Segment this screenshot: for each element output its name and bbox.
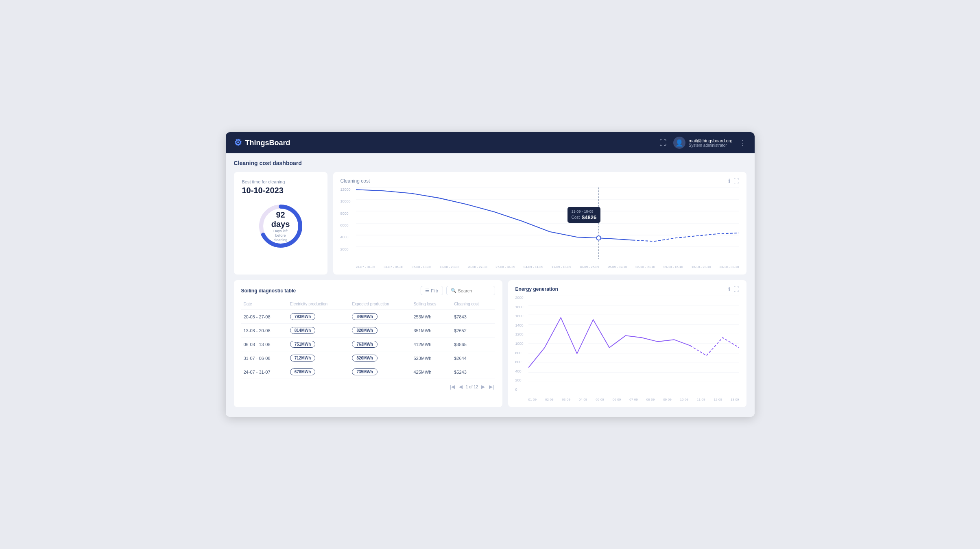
energy-svg <box>528 296 739 392</box>
chart-y-labels: 12000 10000 8000 6000 4000 2000 <box>340 187 356 259</box>
cell-soiling: 523MWh <box>411 351 452 365</box>
best-time-label: Best time for cleaning <box>242 179 285 184</box>
cell-date: 24-07 - 31-07 <box>241 365 288 379</box>
pagination-label: 1 of 12 <box>466 385 478 389</box>
pagination: |◀ ◀ 1 of 12 ▶ ▶| <box>241 384 495 390</box>
energy-chart-area: 2000 1800 1600 1400 1200 1000 800 600 40… <box>515 296 739 401</box>
menu-icon[interactable]: ⋮ <box>739 138 746 147</box>
cell-exp-prod: 846MWh <box>349 310 411 324</box>
cell-elec-prod: 712MWh <box>288 351 350 365</box>
brand-icon: ⚙ <box>234 137 242 148</box>
cell-elec-prod: 751MWh <box>288 338 350 351</box>
table-row: 24-07 - 31-07 678MWh 735MWh 425MWh $5243 <box>241 365 495 379</box>
table-header-row: Date Electricity production Expected pro… <box>241 300 495 310</box>
cleaning-cost-chart-area: 12000 10000 8000 6000 4000 2000 <box>340 187 739 269</box>
page-prev-btn[interactable]: ◀ <box>458 384 463 390</box>
cell-date: 31-07 - 06-08 <box>241 351 288 365</box>
cell-soiling: 425MWh <box>411 365 452 379</box>
days-sublabel: Days left beforecleaning <box>268 229 293 242</box>
header: ⚙ ThingsBoard ⛶ 👤 mail@thingsboard.org S… <box>226 132 755 153</box>
expand-icon[interactable]: ⛶ <box>659 139 667 147</box>
energy-card-actions: ℹ ⛶ <box>728 286 739 292</box>
dashboard-top: Best time for cleaning 10-10-2023 92 day… <box>234 172 746 274</box>
energy-card: Energy generation ℹ ⛶ 2000 1800 1600 140… <box>508 280 746 407</box>
donut-chart: 92 days Days left beforecleaning <box>256 202 305 251</box>
table-row: 20-08 - 27-08 793MWh 846MWh 253MWh $7843 <box>241 310 495 324</box>
cell-exp-prod: 826MWh <box>349 351 411 365</box>
page-title: Cleaning cost dashboard <box>234 160 746 166</box>
cell-date: 06-08 - 13-08 <box>241 338 288 351</box>
col-date: Date <box>241 300 288 310</box>
brand: ⚙ ThingsBoard <box>234 137 290 148</box>
soiling-table: Date Electricity production Expected pro… <box>241 300 495 379</box>
col-cost: Cleaning cost <box>452 300 495 310</box>
col-elec-prod: Electricity production <box>288 300 350 310</box>
cleaning-cost-svg <box>356 187 739 259</box>
energy-x-labels: 01-09 02-09 03-09 04-09 05-09 06-09 07-0… <box>528 398 739 401</box>
search-icon: 🔍 <box>451 288 456 293</box>
cell-cost: $5243 <box>452 365 495 379</box>
energy-fullscreen-icon[interactable]: ⛶ <box>733 286 739 292</box>
header-right: ⛶ 👤 mail@thingsboard.org System administ… <box>659 137 746 149</box>
cell-exp-prod: 820MWh <box>349 324 411 338</box>
chart-x-labels: 24-07 - 31-07 31-07 - 06-08 06-08 - 13-0… <box>356 265 739 269</box>
svg-point-9 <box>596 236 600 240</box>
dashboard-bottom: Soiling diagnostic table ☰ Filtr 🔍 <box>234 280 746 407</box>
energy-info-icon[interactable]: ℹ <box>728 286 730 292</box>
info-icon[interactable]: ℹ <box>728 178 730 184</box>
cleaning-cost-card: Cleaning cost ℹ ⛶ 12000 10000 8000 6000 … <box>333 172 746 274</box>
cleaning-cost-header: Cleaning cost ℹ ⛶ <box>340 178 739 184</box>
cleaning-cost-title: Cleaning cost <box>340 178 370 184</box>
page-next-btn[interactable]: ▶ <box>480 384 486 390</box>
cell-cost: $3865 <box>452 338 495 351</box>
cell-cost: $2644 <box>452 351 495 365</box>
soiling-card: Soiling diagnostic table ☰ Filtr 🔍 <box>234 280 502 407</box>
search-box[interactable]: 🔍 <box>446 286 495 295</box>
best-time-card: Best time for cleaning 10-10-2023 92 day… <box>234 172 327 274</box>
table-row: 13-08 - 20-08 814MWh 820MWh 351MWh $2652 <box>241 324 495 338</box>
cell-soiling: 253MWh <box>411 310 452 324</box>
cell-exp-prod: 763MWh <box>349 338 411 351</box>
energy-header: Energy generation ℹ ⛶ <box>515 286 739 292</box>
col-exp-prod: Expected production <box>349 300 411 310</box>
cell-soiling: 351MWh <box>411 324 452 338</box>
avatar: 👤 <box>673 137 685 149</box>
cell-date: 13-08 - 20-08 <box>241 324 288 338</box>
main-content: Cleaning cost dashboard Best time for cl… <box>226 153 755 417</box>
soiling-header: Soiling diagnostic table ☰ Filtr 🔍 <box>241 286 495 295</box>
soiling-title: Soiling diagnostic table <box>241 288 296 294</box>
search-input[interactable] <box>458 288 491 293</box>
col-soiling: Soiling loses <box>411 300 452 310</box>
best-time-date: 10-10-2023 <box>242 186 284 195</box>
fullscreen-icon[interactable]: ⛶ <box>733 178 739 184</box>
app-window: ⚙ ThingsBoard ⛶ 👤 mail@thingsboard.org S… <box>226 132 755 417</box>
energy-y-labels: 2000 1800 1600 1400 1200 1000 800 600 40… <box>515 296 528 392</box>
chart-canvas: 11-09 - 18-09 Cost $4826 <box>356 187 739 259</box>
table-row: 31-07 - 06-08 712MWh 826MWh 523MWh $2644 <box>241 351 495 365</box>
energy-title: Energy generation <box>515 286 558 292</box>
filter-label: Filtr <box>431 288 438 293</box>
cell-elec-prod: 793MWh <box>288 310 350 324</box>
cell-soiling: 412MWh <box>411 338 452 351</box>
cell-cost: $2652 <box>452 324 495 338</box>
page-last-btn[interactable]: ▶| <box>488 384 495 390</box>
user-role: System administrator <box>689 143 733 148</box>
cell-cost: $7843 <box>452 310 495 324</box>
table-row: 06-08 - 13-08 751MWh 763MWh 412MWh $3865 <box>241 338 495 351</box>
card-actions: ℹ ⛶ <box>728 178 739 184</box>
user-email: mail@thingsboard.org <box>689 138 733 143</box>
energy-canvas <box>528 296 739 392</box>
days-count: 92 days <box>268 210 293 229</box>
page-first-btn[interactable]: |◀ <box>449 384 456 390</box>
soiling-controls: ☰ Filtr 🔍 <box>421 286 495 295</box>
brand-name: ThingsBoard <box>245 139 290 147</box>
filter-icon: ☰ <box>425 288 429 293</box>
cell-exp-prod: 735MWh <box>349 365 411 379</box>
user-details: mail@thingsboard.org System administrato… <box>689 138 733 148</box>
cell-elec-prod: 678MWh <box>288 365 350 379</box>
cell-elec-prod: 814MWh <box>288 324 350 338</box>
filter-button[interactable]: ☰ Filtr <box>421 286 443 295</box>
user-info: 👤 mail@thingsboard.org System administra… <box>673 137 733 149</box>
cell-date: 20-08 - 27-08 <box>241 310 288 324</box>
donut-text: 92 days Days left beforecleaning <box>268 210 293 242</box>
